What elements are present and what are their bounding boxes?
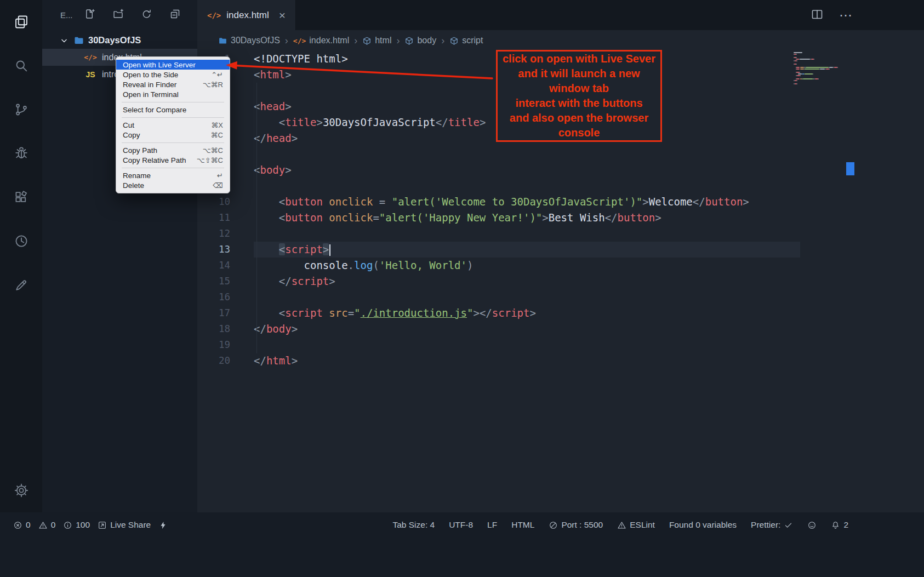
collapse-all-button[interactable] xyxy=(169,8,181,22)
menu-item-rename[interactable]: Rename↵ xyxy=(116,170,230,180)
code-line-14[interactable]: 14 console.log('Hello, World') xyxy=(197,258,924,273)
status-eol[interactable]: LF xyxy=(487,520,497,530)
refresh-button[interactable] xyxy=(141,8,152,22)
code-line-17[interactable]: 17 <script src="./introduction.js"></scr… xyxy=(197,305,924,321)
code-line-content: <script> xyxy=(230,242,330,258)
menu-item-copy[interactable]: Copy⌘C xyxy=(116,130,230,140)
code-line-18[interactable]: 18</body> xyxy=(197,321,924,337)
status-prettier[interactable]: Prettier: xyxy=(751,520,793,530)
menu-item-label: Cut xyxy=(123,121,134,129)
line-number: 11 xyxy=(197,210,230,226)
annotation-text: and it will launch a new xyxy=(503,66,655,81)
status-errors[interactable]: 0 xyxy=(13,520,31,530)
code-line-11[interactable]: 11 <button onclick="alert('Happy New Yea… xyxy=(197,210,924,226)
context-menu: Open with Live ServerOpen to the Side⌃↵R… xyxy=(116,56,230,193)
breadcrumb-item-index-html[interactable]: </>index.html xyxy=(293,36,349,45)
breadcrumb-item-30daysofjs[interactable]: 30DaysOfJS xyxy=(218,36,280,45)
status-info-count[interactable]: 100 xyxy=(63,520,90,530)
minimap-line xyxy=(794,52,844,53)
clock-icon xyxy=(14,233,29,249)
code-line-content: console.log('Hello, World') xyxy=(230,258,473,273)
status-variables-count[interactable]: Found 0 variables xyxy=(669,520,737,530)
activity-settings[interactable] xyxy=(0,476,42,505)
menu-item-copy-path[interactable]: Copy Path⌥⌘C xyxy=(116,145,230,155)
code-line-8[interactable]: 8<body> xyxy=(197,162,924,178)
menu-separator xyxy=(122,102,224,102)
status-tab-size[interactable]: Tab Size: 4 xyxy=(392,520,435,530)
code-line-12[interactable]: 12 xyxy=(197,226,924,242)
breadcrumb: 30DaysOfJS›</>index.html›html›body›scrip… xyxy=(197,30,924,51)
annotation-text: window tab xyxy=(503,81,655,96)
tab-index-html[interactable]: </> index.html × xyxy=(197,0,296,30)
tree-folder-30daysofjs[interactable]: 30DaysOfJS xyxy=(42,32,197,49)
activity-search[interactable] xyxy=(0,44,42,88)
status-feedback[interactable] xyxy=(807,521,817,530)
status-live-share[interactable]: Live Share xyxy=(98,520,151,530)
new-file-button[interactable] xyxy=(84,8,95,22)
annotation-text: interact with the buttons xyxy=(503,96,655,111)
code-line-10[interactable]: 10 <button onclick = "alert('Welcome to … xyxy=(197,194,924,210)
menu-item-open-with-live-server[interactable]: Open with Live Server xyxy=(116,60,230,70)
menu-item-reveal-in-finder[interactable]: Reveal in Finder⌥⌘R xyxy=(116,79,230,89)
symbol-cube-icon xyxy=(449,36,459,45)
more-actions-icon[interactable]: ⋯ xyxy=(839,8,853,23)
close-tab-icon[interactable]: × xyxy=(279,9,286,21)
menu-item-open-in-terminal[interactable]: Open in Terminal xyxy=(116,89,230,99)
status-warnings[interactable]: 0 xyxy=(38,520,56,530)
code-line-9[interactable]: 9 xyxy=(197,178,924,194)
new-folder-button[interactable] xyxy=(112,8,124,22)
code-line-7[interactable]: 7 xyxy=(197,146,924,162)
activity-debug[interactable] xyxy=(0,132,42,175)
activity-explorer[interactable] xyxy=(0,0,42,44)
activity-pen[interactable] xyxy=(0,263,42,307)
minimap-line xyxy=(794,59,844,60)
minimap-segment xyxy=(814,59,814,60)
status-right: Tab Size: 4UTF-8LFHTMLPort : 5500ESLintF… xyxy=(392,520,848,530)
minimap-segment xyxy=(806,67,829,68)
minimap-segment xyxy=(796,57,797,58)
minimap-segment xyxy=(800,67,804,68)
breadcrumb-item-script[interactable]: script xyxy=(449,36,483,45)
status-notifications[interactable]: 2 xyxy=(831,520,848,530)
minimap-line xyxy=(794,75,844,76)
code-line-19[interactable]: 19 xyxy=(197,337,924,353)
menu-item-open-to-the-side[interactable]: Open to the Side⌃↵ xyxy=(116,70,230,79)
minimap-segment xyxy=(829,67,833,68)
status-live-server-port[interactable]: Port : 5500 xyxy=(549,520,603,530)
code-line-15[interactable]: 15 </script> xyxy=(197,273,924,289)
status-quick-action[interactable] xyxy=(158,521,168,530)
line-number: 10 xyxy=(197,194,230,210)
minimap-segment xyxy=(813,73,813,75)
activity-extensions[interactable] xyxy=(0,175,42,219)
menu-item-cut[interactable]: Cut⌘X xyxy=(116,120,230,130)
menu-item-delete[interactable]: Delete⌫ xyxy=(116,180,230,190)
html-file-icon: </> xyxy=(293,37,306,45)
menu-item-label: Copy xyxy=(123,131,140,139)
status-eslint[interactable]: ESLint xyxy=(617,520,655,530)
code-line-content xyxy=(230,146,254,162)
code-line-20[interactable]: 20</html> xyxy=(197,353,924,369)
bell-icon xyxy=(831,521,840,530)
sidebar-header: E... xyxy=(42,0,197,30)
menu-separator xyxy=(122,142,224,143)
menu-item-shortcut: ⌫ xyxy=(213,181,223,190)
menu-item-select-for-compare[interactable]: Select for Compare xyxy=(116,105,230,115)
code-line-13[interactable]: 13 <script> xyxy=(197,242,924,258)
menu-item-copy-relative-path[interactable]: Copy Relative Path⌥⇧⌘C xyxy=(116,155,230,165)
code-line-16[interactable]: 16 xyxy=(197,289,924,305)
code-line-content: <button onclick="alert('Happy New Year!'… xyxy=(230,210,661,226)
breadcrumb-item-html[interactable]: html xyxy=(362,36,391,45)
annotation-text: console xyxy=(503,125,655,140)
activity-clock[interactable] xyxy=(0,219,42,263)
debug-icon xyxy=(14,146,29,161)
status-language-mode[interactable]: HTML xyxy=(511,520,534,530)
breadcrumb-item-body[interactable]: body xyxy=(404,36,436,45)
split-editor-icon[interactable] xyxy=(811,8,824,23)
sidebar-actions xyxy=(84,8,181,22)
activity-source-control[interactable] xyxy=(0,88,42,132)
extensions-icon xyxy=(14,190,29,205)
minimap-segment xyxy=(800,68,804,70)
status-encoding[interactable]: UTF-8 xyxy=(449,520,473,530)
minimap[interactable] xyxy=(794,52,844,85)
source-control-icon xyxy=(14,102,29,117)
